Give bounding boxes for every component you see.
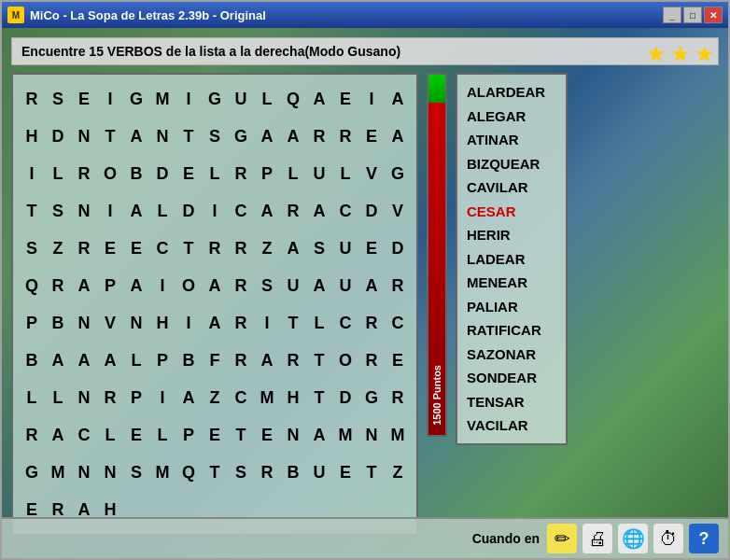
letter-cell[interactable]: G [385, 155, 411, 192]
letter-cell[interactable]: A [280, 118, 306, 155]
word-list-item[interactable]: MENEAR [467, 271, 556, 295]
printer-icon-button[interactable]: 🖨 [583, 524, 612, 553]
letter-cell[interactable]: R [358, 342, 385, 379]
letter-cell[interactable]: R [202, 230, 228, 267]
letter-cell[interactable]: S [45, 192, 71, 230]
letter-cell[interactable]: A [45, 416, 71, 454]
letter-cell[interactable]: O [175, 267, 202, 304]
letter-cell[interactable]: U [306, 454, 332, 491]
letter-cell[interactable]: R [280, 342, 306, 379]
letter-cell[interactable]: A [45, 342, 71, 379]
word-list-item[interactable]: VACILAR [467, 413, 556, 438]
letter-cell[interactable]: A [306, 192, 332, 230]
letter-cell[interactable]: I [149, 267, 175, 304]
letter-cell[interactable]: A [254, 118, 280, 155]
letter-cell[interactable]: S [123, 454, 149, 491]
letter-cell[interactable]: D [332, 379, 358, 416]
letter-cell[interactable]: T [97, 118, 123, 155]
letter-cell[interactable]: G [19, 454, 45, 491]
letter-cell[interactable]: P [175, 416, 202, 454]
letter-cell[interactable]: U [306, 155, 332, 192]
letter-cell[interactable]: R [358, 304, 385, 342]
letter-cell[interactable]: L [149, 192, 175, 230]
word-list-item[interactable]: ALARDEAR [467, 80, 556, 105]
letter-cell[interactable]: G [228, 118, 254, 155]
minimize-button[interactable]: _ [663, 7, 681, 23]
letter-cell[interactable]: E [123, 416, 149, 454]
letter-cell[interactable]: I [202, 192, 228, 230]
letter-cell[interactable]: M [149, 454, 175, 491]
letter-cell[interactable]: R [19, 416, 45, 454]
letter-cell[interactable]: R [45, 267, 71, 304]
maximize-button[interactable]: □ [683, 7, 702, 23]
word-list-item[interactable]: LADEAR [467, 247, 556, 272]
letter-cell[interactable]: N [71, 379, 97, 416]
letter-cell[interactable]: H [149, 304, 175, 342]
letter-cell[interactable]: G [358, 379, 385, 416]
letter-cell[interactable]: C [332, 304, 358, 342]
letter-cell[interactable]: L [332, 155, 358, 192]
letter-cell[interactable]: M [254, 379, 280, 416]
word-list-item[interactable]: ALEGAR [467, 105, 556, 129]
letter-cell[interactable]: U [332, 267, 358, 304]
close-button[interactable]: ✕ [704, 7, 723, 23]
letter-cell[interactable]: A [202, 267, 228, 304]
word-list-item[interactable]: CESAR [467, 200, 556, 224]
letter-cell[interactable]: P [97, 267, 123, 304]
letter-cell[interactable]: A [175, 379, 202, 416]
letter-cell[interactable]: A [306, 80, 332, 118]
letter-cell[interactable]: A [385, 80, 411, 118]
letter-cell[interactable]: V [97, 304, 123, 342]
letter-cell[interactable]: U [228, 80, 254, 118]
letter-cell[interactable]: T [228, 416, 254, 454]
letter-cell[interactable]: Z [254, 230, 280, 267]
letter-cell[interactable]: N [149, 118, 175, 155]
letter-cell[interactable]: B [19, 342, 45, 379]
letter-cell[interactable]: P [19, 304, 45, 342]
letter-cell[interactable]: R [280, 192, 306, 230]
letter-cell[interactable]: U [280, 267, 306, 304]
letter-cell[interactable]: P [149, 342, 175, 379]
letter-cell[interactable]: N [123, 304, 149, 342]
letter-cell[interactable]: T [175, 118, 202, 155]
letter-cell[interactable]: P [254, 155, 280, 192]
letter-cell[interactable]: S [306, 230, 332, 267]
letter-cell[interactable]: I [175, 80, 202, 118]
letter-cell[interactable]: B [175, 342, 202, 379]
letter-cell[interactable]: B [280, 454, 306, 491]
word-list-item[interactable]: TENSAR [467, 390, 556, 414]
letter-cell[interactable]: R [71, 155, 97, 192]
letter-cell[interactable]: L [45, 155, 71, 192]
letter-cell[interactable]: A [97, 342, 123, 379]
letter-cell[interactable]: E [123, 230, 149, 267]
letter-cell[interactable]: P [123, 379, 149, 416]
letter-cell[interactable]: R [228, 342, 254, 379]
letter-cell[interactable]: Z [385, 454, 411, 491]
letter-cell[interactable]: D [149, 155, 175, 192]
letter-cell[interactable]: V [358, 155, 385, 192]
letter-cell[interactable]: R [385, 379, 411, 416]
letter-cell[interactable]: U [332, 230, 358, 267]
letter-cell[interactable]: F [202, 342, 228, 379]
letter-cell[interactable]: S [202, 118, 228, 155]
letter-cell[interactable]: I [358, 80, 385, 118]
letter-cell[interactable]: C [332, 192, 358, 230]
letter-cell[interactable]: E [175, 155, 202, 192]
letter-cell[interactable]: N [358, 416, 385, 454]
letter-cell[interactable]: L [202, 155, 228, 192]
letter-cell[interactable]: E [97, 230, 123, 267]
letter-cell[interactable]: A [254, 342, 280, 379]
letter-cell[interactable]: I [175, 304, 202, 342]
letter-cell[interactable]: T [358, 454, 385, 491]
letter-cell[interactable]: A [254, 192, 280, 230]
letter-cell[interactable]: D [385, 230, 411, 267]
letter-cell[interactable]: C [228, 192, 254, 230]
word-list-item[interactable]: PALIAR [467, 295, 556, 319]
letter-cell[interactable]: N [71, 192, 97, 230]
letter-cell[interactable]: M [385, 416, 411, 454]
letter-cell[interactable]: N [71, 304, 97, 342]
letter-cell[interactable]: T [280, 304, 306, 342]
letter-cell[interactable]: T [175, 230, 202, 267]
letter-cell[interactable]: L [45, 379, 71, 416]
letter-cell[interactable]: L [97, 416, 123, 454]
